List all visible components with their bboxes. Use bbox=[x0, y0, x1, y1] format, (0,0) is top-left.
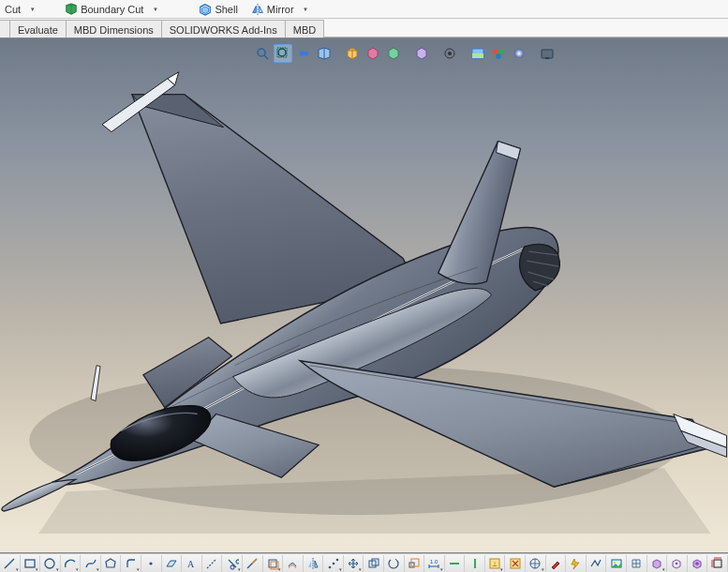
plane-tool-button[interactable] bbox=[162, 555, 183, 572]
offset-entities-button[interactable] bbox=[283, 555, 304, 572]
convert-entities-button[interactable]: ▾ bbox=[263, 555, 284, 572]
add-relation-button[interactable]: ⊥▾ bbox=[485, 555, 506, 572]
svg-point-37 bbox=[614, 562, 616, 564]
polygon-tool-button[interactable] bbox=[101, 555, 122, 572]
scale-entities-button[interactable] bbox=[405, 555, 425, 572]
tab-label: MBD Dimensions bbox=[74, 24, 154, 36]
tab-label: SOLIDWORKS Add-Ins bbox=[170, 24, 277, 36]
sketch-toolbar: ▾ ▾ ▾ ▾ ▾ ▾ A ▾ ▾ ▾ ▾ 1.0▾ ⊥▾ ▾ ▾ bbox=[0, 553, 728, 572]
text-tool-button[interactable]: A bbox=[182, 555, 202, 572]
spline-tool-button[interactable]: ▾ bbox=[81, 555, 101, 572]
quick-snaps-button[interactable]: ▾ bbox=[526, 555, 546, 572]
svg-point-18 bbox=[150, 562, 153, 564]
sketch-picture-button[interactable] bbox=[606, 555, 627, 572]
boundary-cut-button[interactable]: Boundary Cut bbox=[60, 1, 148, 18]
svg-text:1.0: 1.0 bbox=[430, 559, 438, 564]
shell-label: Shell bbox=[215, 4, 237, 15]
command-manager-tabstrip: Evaluate MBD Dimensions SOLIDWORKS Add-I… bbox=[0, 19, 728, 38]
boundary-cut-label: Boundary Cut bbox=[81, 4, 143, 15]
edit-block-button[interactable] bbox=[667, 555, 688, 572]
cut-button-partial[interactable]: Cut bbox=[4, 1, 25, 18]
dropdown-caret-icon[interactable]: ▼ bbox=[152, 6, 158, 12]
arc-tool-button[interactable]: ▾ bbox=[61, 555, 82, 572]
svg-marker-17 bbox=[106, 559, 115, 567]
svg-point-22 bbox=[328, 565, 331, 568]
copy-entities-button[interactable] bbox=[364, 555, 384, 572]
boundary-cut-icon bbox=[65, 3, 78, 16]
svg-point-38 bbox=[676, 562, 678, 564]
svg-text:A: A bbox=[187, 559, 195, 569]
dropdown-caret-icon[interactable]: ▼ bbox=[303, 6, 309, 12]
svg-text:⊥: ⊥ bbox=[492, 561, 498, 567]
smart-dimension-button[interactable]: 1.0▾ bbox=[424, 555, 445, 572]
mirror-button[interactable]: Mirror bbox=[246, 1, 299, 18]
svg-point-24 bbox=[335, 558, 338, 561]
rectangle-tool-button[interactable]: ▾ bbox=[21, 555, 41, 572]
circle-tool-button[interactable]: ▾ bbox=[40, 555, 61, 572]
svg-rect-31 bbox=[474, 559, 476, 568]
tab-mbd[interactable]: MBD bbox=[285, 20, 324, 38]
point-tool-button[interactable] bbox=[141, 555, 162, 572]
line-tool-button[interactable]: ▾ bbox=[0, 555, 21, 572]
tab-evaluate[interactable]: Evaluate bbox=[9, 20, 67, 38]
fully-define-button[interactable] bbox=[707, 555, 728, 572]
move-entities-button[interactable]: ▾ bbox=[344, 555, 364, 572]
select-chain-button[interactable] bbox=[587, 555, 607, 572]
fillet-tool-button[interactable]: ▾ bbox=[121, 555, 141, 572]
mirror-entities-button[interactable] bbox=[304, 555, 324, 572]
vertical-relation-button[interactable] bbox=[465, 555, 485, 572]
add-to-block-button[interactable] bbox=[688, 555, 708, 572]
svg-rect-21 bbox=[271, 562, 278, 569]
grid-snap-button[interactable] bbox=[627, 555, 647, 572]
mirror-icon bbox=[251, 3, 264, 16]
shell-icon bbox=[199, 3, 212, 16]
ribbon-row: Cut ▼ Boundary Cut ▼ Shell bbox=[0, 0, 728, 19]
dropdown-caret-icon[interactable]: ▼ bbox=[29, 6, 36, 12]
horizontal-relation-button[interactable] bbox=[445, 555, 466, 572]
tab-label: MBD bbox=[293, 24, 316, 36]
svg-point-23 bbox=[332, 562, 334, 564]
display-delete-relations-button[interactable] bbox=[505, 555, 526, 572]
graphics-viewport[interactable] bbox=[0, 38, 728, 553]
svg-rect-30 bbox=[450, 563, 459, 564]
trim-tool-button[interactable]: ▾ bbox=[222, 555, 243, 572]
rotate-entities-button[interactable] bbox=[384, 555, 405, 572]
svg-rect-20 bbox=[269, 560, 276, 567]
cut-label: Cut bbox=[5, 4, 21, 15]
svg-point-16 bbox=[45, 559, 54, 568]
svg-rect-39 bbox=[714, 560, 721, 567]
mirror-label: Mirror bbox=[267, 4, 294, 15]
model-render bbox=[0, 38, 728, 552]
tab-solidworks-addins[interactable]: SOLIDWORKS Add-Ins bbox=[161, 20, 286, 38]
shell-button[interactable]: Shell bbox=[194, 1, 242, 18]
make-block-button[interactable]: ▾ bbox=[647, 555, 668, 572]
svg-rect-15 bbox=[25, 560, 35, 567]
rapid-sketch-button[interactable] bbox=[566, 555, 587, 572]
repair-sketch-button[interactable] bbox=[546, 555, 567, 572]
linear-pattern-button[interactable]: ▾ bbox=[323, 555, 344, 572]
tab-label: Evaluate bbox=[18, 24, 58, 36]
extend-tool-button[interactable] bbox=[243, 555, 263, 572]
construction-geom-button[interactable] bbox=[202, 555, 223, 572]
tab-mbd-dimensions[interactable]: MBD Dimensions bbox=[66, 20, 162, 38]
